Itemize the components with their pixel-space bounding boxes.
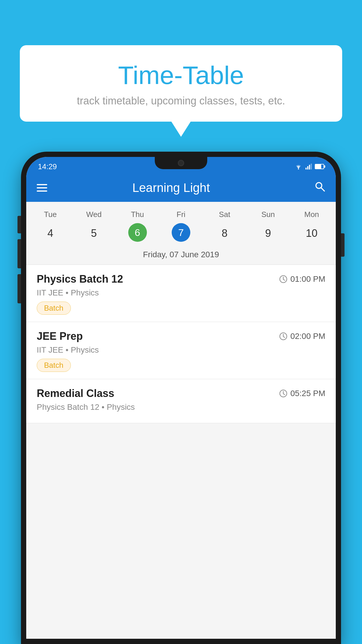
volume-down-button: [17, 239, 21, 268]
hamburger-menu-icon[interactable]: [37, 184, 47, 192]
day-header-thu: Thu: [116, 208, 159, 221]
bubble-title: Time-Table: [37, 61, 325, 90]
svg-point-0: [298, 168, 299, 169]
schedule-item-1[interactable]: JEE Prep 02:00 PM IIT JEE • Physics Batc…: [26, 322, 336, 379]
phone-screen: 14:29: [26, 157, 336, 639]
svg-rect-1: [305, 168, 307, 169]
status-icons: [294, 164, 324, 169]
app-title: Learning Light: [56, 181, 286, 195]
volume-up-button: [17, 216, 21, 233]
selected-date-label: Friday, 07 June 2019: [26, 247, 336, 265]
silent-button: [17, 274, 21, 303]
schedule-item-0-title: Physics Batch 12: [37, 273, 123, 285]
clock-icon-2: [279, 389, 287, 398]
camera-dot: [178, 160, 184, 166]
schedule-item-2-header: Remedial Class 05:25 PM: [37, 387, 325, 400]
schedule-item-1-subtitle: IIT JEE • Physics: [37, 345, 325, 355]
schedule-item-0[interactable]: Physics Batch 12 01:00 PM IIT JEE • Phys…: [26, 265, 336, 322]
day-header-sat: Sat: [203, 208, 246, 221]
day-header-wed: Wed: [72, 208, 115, 221]
calendar-week: Tue Wed Thu Fri Sat Sun Mon 4 5 6 7 8 9 …: [26, 202, 336, 265]
day-6-today[interactable]: 6: [128, 223, 147, 242]
speech-bubble: Time-Table track timetable, upcoming cla…: [20, 45, 342, 122]
phone-outer: 14:29: [21, 152, 341, 644]
signal-icon: [305, 164, 312, 169]
battery-fill: [315, 164, 321, 169]
svg-line-9: [283, 279, 285, 280]
schedule-item-0-subtitle: IIT JEE • Physics: [37, 288, 325, 298]
day-8[interactable]: 8: [203, 223, 246, 244]
day-9[interactable]: 9: [246, 223, 290, 244]
power-button: [341, 233, 345, 257]
bubble-subtitle: track timetable, upcoming classes, tests…: [37, 95, 325, 107]
svg-line-15: [283, 394, 285, 395]
schedule-item-1-badge: Batch: [37, 359, 71, 372]
day-header-tue: Tue: [29, 208, 72, 221]
schedule-item-0-badge: Batch: [37, 302, 71, 315]
schedule-item-1-title: JEE Prep: [37, 330, 83, 342]
svg-rect-3: [309, 165, 310, 169]
schedule-item-2-time: 05:25 PM: [279, 389, 325, 398]
schedule-item-2-time-label: 05:25 PM: [290, 389, 325, 398]
svg-rect-2: [307, 166, 308, 169]
search-icon[interactable]: [314, 181, 325, 195]
status-time: 14:29: [38, 162, 57, 171]
schedule-item-2[interactable]: Remedial Class 05:25 PM Physics Batch 12…: [26, 379, 336, 423]
clock-icon-1: [279, 332, 287, 340]
day-5[interactable]: 5: [72, 223, 115, 244]
schedule-item-0-header: Physics Batch 12 01:00 PM: [37, 273, 325, 285]
day-7-selected[interactable]: 7: [172, 223, 190, 242]
schedule-item-0-time: 01:00 PM: [279, 274, 325, 284]
day-header-fri: Fri: [159, 208, 203, 221]
schedule-item-2-title: Remedial Class: [37, 387, 114, 400]
clock-icon-0: [279, 275, 287, 283]
day-headers: Tue Wed Thu Fri Sat Sun Mon: [26, 208, 336, 221]
schedule-item-1-time: 02:00 PM: [279, 332, 325, 341]
svg-line-12: [283, 337, 285, 337]
speech-bubble-container: Time-Table track timetable, upcoming cla…: [20, 45, 342, 122]
schedule-item-0-time-label: 01:00 PM: [290, 274, 325, 284]
day-10[interactable]: 10: [290, 223, 333, 244]
phone-notch: [155, 157, 207, 169]
svg-rect-4: [311, 164, 312, 169]
schedule-item-2-subtitle: Physics Batch 12 • Physics: [37, 402, 325, 412]
battery-icon: [315, 164, 324, 169]
day-4[interactable]: 4: [29, 223, 72, 244]
day-numbers: 4 5 6 7 8 9 10: [26, 221, 336, 247]
day-header-mon: Mon: [290, 208, 333, 221]
day-header-sun: Sun: [246, 208, 290, 221]
schedule-item-1-time-label: 02:00 PM: [290, 332, 325, 341]
app-bar: Learning Light: [26, 174, 336, 202]
schedule-item-1-header: JEE Prep 02:00 PM: [37, 330, 325, 342]
svg-line-6: [321, 188, 324, 191]
schedule-list: Physics Batch 12 01:00 PM IIT JEE • Phys…: [26, 265, 336, 423]
phone-frame: 14:29: [21, 152, 341, 644]
wifi-icon: [294, 164, 303, 169]
